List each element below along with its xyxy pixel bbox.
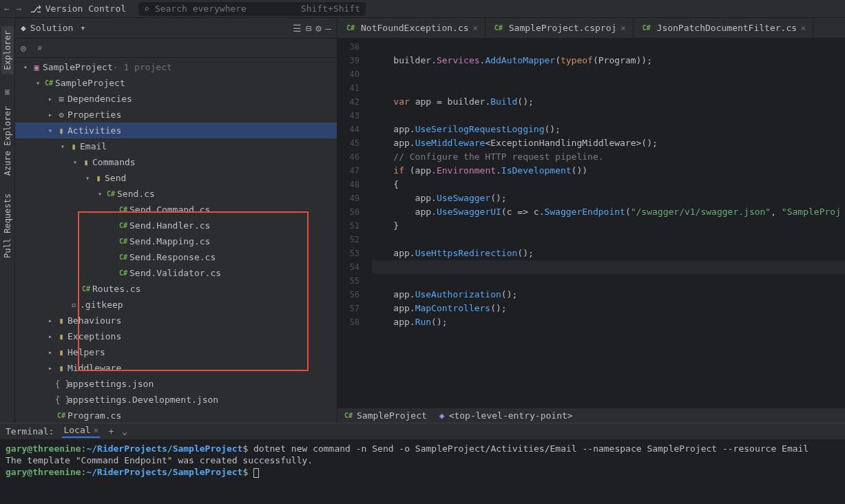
- folder-icon: ▮: [67, 142, 80, 151]
- csharp-file-icon: [105, 190, 117, 198]
- tool-tab-explorer[interactable]: Explorer: [1, 26, 14, 74]
- csharp-file-icon: [640, 24, 653, 32]
- chevron-icon[interactable]: [45, 111, 55, 118]
- tree-node[interactable]: ▮Helpers: [15, 344, 337, 360]
- tree-node[interactable]: ▣SampleProject · 1 project: [15, 59, 337, 75]
- json-file-icon: { }: [55, 379, 67, 389]
- chevron-icon[interactable]: [21, 63, 30, 71]
- csharp-file-icon: [344, 24, 357, 32]
- close-icon[interactable]: ×: [801, 23, 806, 33]
- search-shortcut: Shift+Shift: [301, 3, 360, 14]
- close-icon[interactable]: ×: [94, 425, 99, 435]
- csharp-file-icon: [55, 412, 67, 419]
- tree-node[interactable]: Send.Handler.cs: [15, 218, 337, 233]
- tree-node[interactable]: ▮Email: [15, 138, 337, 154]
- dropdown-icon[interactable]: ▾: [80, 23, 85, 33]
- tree-node[interactable]: ⚙Properties: [15, 107, 337, 123]
- solution-explorer: ◆ Solution ▾ ☰ ⊟ ⚙ — ◎ ⌕ ▣SampleProject …: [15, 18, 337, 423]
- tree-node[interactable]: Send.Command.cs: [15, 202, 337, 218]
- tree-node[interactable]: Send.Response.cs: [15, 249, 337, 265]
- tree-search-icon[interactable]: ⌕: [37, 43, 43, 53]
- tree-node[interactable]: ▮Exceptions: [15, 328, 337, 344]
- nav-back-icon[interactable]: ←: [4, 3, 10, 14]
- nav-forward-icon[interactable]: →: [17, 3, 22, 14]
- tree-node[interactable]: ▫.gitkeep: [15, 297, 337, 313]
- tree-node[interactable]: ▮Behaviours: [15, 313, 337, 328]
- chevron-icon[interactable]: [45, 364, 55, 372]
- search-placeholder: Search everywhere: [155, 3, 247, 14]
- terminal-tab-local[interactable]: Local ×: [62, 425, 100, 438]
- csproj-icon: [492, 24, 505, 32]
- tree-label: Send.Mapping.cs: [129, 236, 210, 246]
- add-terminal-icon[interactable]: +: [108, 426, 114, 437]
- tree-label: Send.Command.cs: [129, 204, 210, 215]
- csharp-file-icon: [117, 222, 129, 229]
- sort-icon[interactable]: ☰: [293, 23, 302, 34]
- terminal-output[interactable]: gary@threenine:~/RiderProjects/SamplePro…: [0, 440, 845, 504]
- folder-icon: ▮: [55, 348, 67, 357]
- gear-icon[interactable]: ⚙: [315, 23, 321, 34]
- terminal-menu-icon[interactable]: ⌄: [122, 426, 127, 437]
- tree-label: appsettings.json: [67, 379, 154, 389]
- tree-label: Routes.cs: [92, 284, 140, 294]
- code-editor[interactable]: builder.Services.AddAutoMapper(typeof(Pr…: [365, 39, 845, 408]
- close-icon[interactable]: ×: [620, 23, 625, 33]
- solution-icon: ▣: [30, 63, 43, 72]
- top-toolbar: ← → ⎇ Version Control ⌕ Search everywher…: [0, 0, 845, 18]
- tree-label: Program.cs: [67, 410, 121, 421]
- collapse-icon[interactable]: ⊟: [306, 23, 311, 34]
- vcs-widget[interactable]: ⎇ Version Control: [30, 3, 126, 14]
- tool-tab-azure[interactable]: Azure Explorer: [3, 106, 12, 176]
- tree-node[interactable]: Program.cs: [15, 408, 337, 423]
- tree-node[interactable]: { }appsettings.json: [15, 376, 337, 392]
- left-tool-strip: Explorer ▣ Azure Explorer Pull Requests: [0, 18, 15, 423]
- tree-label: Commands: [92, 157, 136, 167]
- search-everywhere[interactable]: ⌕ Search everywhere Shift+Shift: [138, 2, 366, 16]
- tab-label: SampleProject.csproj: [509, 23, 617, 33]
- breadcrumb-context[interactable]: <top-level-entry-point>: [449, 410, 573, 421]
- tree-node[interactable]: ▮Send: [15, 170, 337, 186]
- chevron-icon[interactable]: [45, 333, 55, 340]
- tree-node[interactable]: ▮Middleware: [15, 360, 337, 376]
- chevron-icon[interactable]: [33, 79, 43, 87]
- tool-tab-pull-requests[interactable]: Pull Requests: [3, 193, 12, 258]
- tree-node[interactable]: ▮Commands: [15, 154, 337, 170]
- tree-node[interactable]: Routes.cs: [15, 281, 337, 297]
- tree-node[interactable]: ▮Activities: [15, 123, 337, 138]
- cube-icon: ◈: [439, 410, 445, 421]
- chevron-icon[interactable]: [95, 190, 105, 198]
- chevron-icon[interactable]: [70, 158, 80, 166]
- tree-node[interactable]: { }appsettings.Development.json: [15, 392, 337, 408]
- close-icon[interactable]: ×: [473, 23, 478, 33]
- chevron-icon[interactable]: [45, 127, 55, 134]
- tree-label: SampleProject: [43, 62, 113, 72]
- search-icon: ⌕: [144, 3, 149, 14]
- chevron-icon[interactable]: [58, 143, 67, 150]
- tree-node[interactable]: Send.Validator.cs: [15, 265, 337, 281]
- breadcrumb-project[interactable]: SampleProject: [357, 410, 427, 421]
- tree-label: appsettings.Development.json: [67, 395, 218, 405]
- branch-name: Version Control: [45, 3, 126, 14]
- editor-area: NotFoundException.cs×SampleProject.cspro…: [337, 18, 845, 423]
- editor-tab[interactable]: NotFoundException.cs×: [337, 18, 486, 38]
- csharp-file-icon: [117, 269, 129, 277]
- tree-node[interactable]: Send.Mapping.cs: [15, 233, 337, 249]
- tree-node[interactable]: ⊞Dependencies: [15, 91, 337, 107]
- chevron-icon[interactable]: [83, 174, 92, 182]
- editor-tab[interactable]: JsonPatchDocumentFilter.cs×: [634, 18, 814, 38]
- chevron-icon[interactable]: [45, 317, 55, 324]
- editor-tab[interactable]: SampleProject.csproj×: [486, 18, 634, 38]
- folder-icon: ▮: [55, 332, 67, 342]
- tree-label: Activities: [67, 125, 121, 136]
- solution-tree[interactable]: ▣SampleProject · 1 projectSampleProject⊞…: [15, 58, 337, 423]
- folder-icon: ▮: [55, 126, 67, 136]
- minimize-icon[interactable]: —: [326, 23, 331, 34]
- chevron-icon[interactable]: [45, 348, 55, 356]
- chevron-icon[interactable]: [45, 95, 55, 103]
- tree-label: Dependencies: [67, 94, 132, 104]
- csharp-file-icon: [117, 238, 129, 245]
- folder-icon: ▮: [55, 316, 67, 326]
- tree-node[interactable]: Send.cs: [15, 186, 337, 202]
- locate-icon[interactable]: ◎: [21, 43, 26, 53]
- tree-node[interactable]: SampleProject: [15, 75, 337, 91]
